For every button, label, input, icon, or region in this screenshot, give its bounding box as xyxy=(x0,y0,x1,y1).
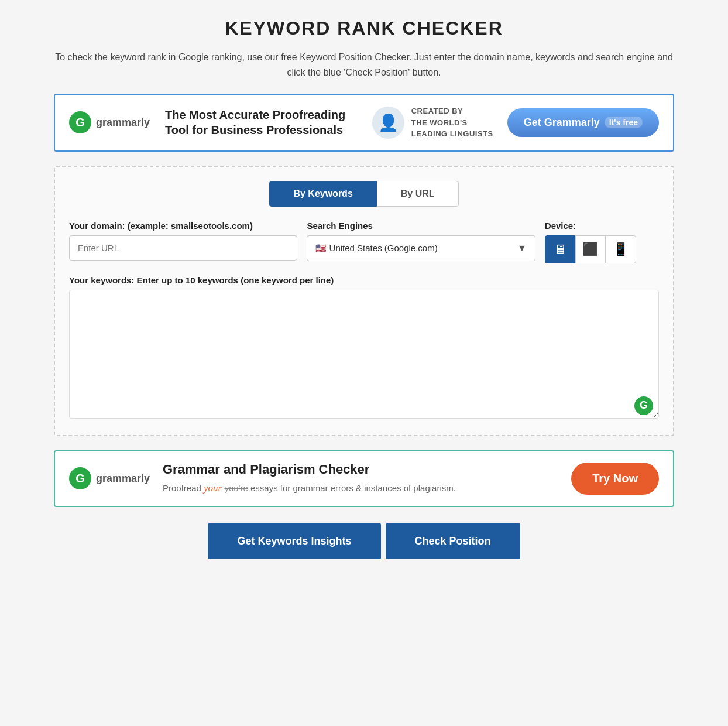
keywords-label: Your keywords: Enter up to 10 keywords (… xyxy=(69,275,659,285)
ad1-created-text: CREATED BY THE WORLD'S LEADING LINGUISTS xyxy=(411,105,493,140)
ad2-logo: G grammarly xyxy=(69,467,151,489)
engine-value: 🇺🇸 United States (Google.com) xyxy=(315,243,437,254)
engine-select[interactable]: 🇺🇸 United States (Google.com) ▼ xyxy=(307,235,535,261)
ad1-logo-name: grammarly xyxy=(96,117,150,129)
ad1-free-badge: It's free xyxy=(605,117,643,128)
ad2-cta-button[interactable]: Try Now xyxy=(571,463,659,495)
ad2-strikethrough: you're xyxy=(224,483,248,493)
form-row: Your domain: (example: smallseotools.com… xyxy=(69,221,659,263)
engine-label: Search Engines xyxy=(307,221,535,231)
page-title: KEYWORD RANK CHECKER xyxy=(54,18,674,39)
ad2-title: Grammar and Plagiarism Checker xyxy=(163,462,559,477)
ad2-desc: Proofread your you're essays for grammar… xyxy=(163,481,559,496)
chevron-down-icon: ▼ xyxy=(517,243,527,254)
device-desktop-button[interactable]: 🖥 xyxy=(545,235,575,263)
tool-container: By Keywords By URL Your domain: (example… xyxy=(54,166,674,436)
tab-by-keywords[interactable]: By Keywords xyxy=(269,181,376,207)
ad-banner-2: G grammarly Grammar and Plagiarism Check… xyxy=(54,450,674,508)
ad2-logo-name: grammarly xyxy=(96,472,150,485)
ad-banner-1: G grammarly The Most Accurate Proofreadi… xyxy=(54,94,674,152)
get-keywords-insights-button[interactable]: Get Keywords Insights xyxy=(208,523,380,559)
ad2-desc-rest: essays for grammar errors & instances of… xyxy=(248,483,456,493)
textarea-wrapper: G xyxy=(69,290,659,421)
bottom-buttons: Get Keywords Insights Check Position xyxy=(54,523,674,559)
grammarly-icon-3: G xyxy=(69,467,91,489)
grammarly-icon-2: G xyxy=(634,396,653,415)
ad1-avatar: 👤 xyxy=(372,107,404,139)
ad1-created: 👤 CREATED BY THE WORLD'S LEADING LINGUIS… xyxy=(372,105,493,140)
ad1-logo: G grammarly xyxy=(69,111,151,133)
device-group: Device: 🖥 ⬛ 📱 xyxy=(545,221,659,263)
ad1-text: The Most Accurate Proofreading Tool for … xyxy=(165,107,358,138)
tab-bar: By Keywords By URL xyxy=(69,181,659,207)
domain-group: Your domain: (example: smallseotools.com… xyxy=(69,221,297,261)
device-buttons: 🖥 ⬛ 📱 xyxy=(545,235,659,263)
page-description: To check the keyword rank in Google rank… xyxy=(54,50,674,80)
ad2-content: Grammar and Plagiarism Checker Proofread… xyxy=(163,462,559,496)
check-position-button[interactable]: Check Position xyxy=(386,523,520,559)
engine-group: Search Engines 🇺🇸 United States (Google.… xyxy=(307,221,535,261)
device-mobile-button[interactable]: 📱 xyxy=(606,235,636,263)
ad1-cta-label: Get Grammarly xyxy=(524,117,600,129)
tab-by-url[interactable]: By URL xyxy=(377,181,459,207)
ad1-cta-button[interactable]: Get Grammarly It's free xyxy=(507,108,659,137)
keywords-textarea[interactable] xyxy=(69,290,659,419)
domain-input[interactable] xyxy=(69,235,297,261)
device-label: Device: xyxy=(545,221,659,231)
device-tablet-button[interactable]: ⬛ xyxy=(575,235,606,263)
keywords-group: Your keywords: Enter up to 10 keywords (… xyxy=(69,275,659,421)
ad2-cursive: your xyxy=(204,482,222,494)
domain-label: Your domain: (example: smallseotools.com… xyxy=(69,221,297,231)
grammarly-icon-1: G xyxy=(69,111,91,133)
